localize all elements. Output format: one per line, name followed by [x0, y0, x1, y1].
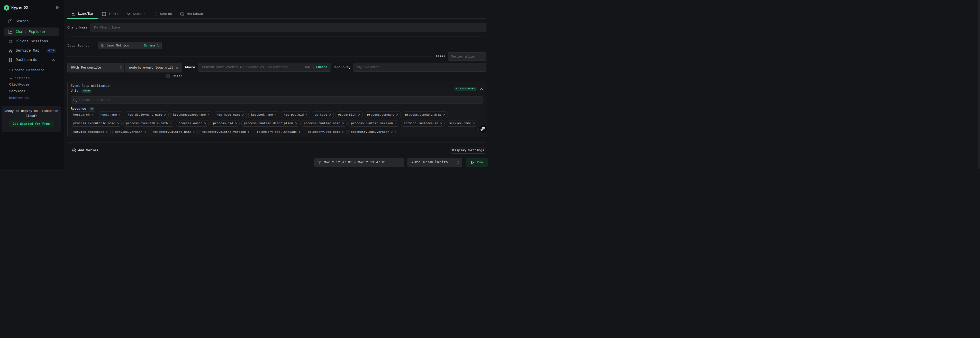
svg-text:3: 3 — [129, 13, 130, 16]
